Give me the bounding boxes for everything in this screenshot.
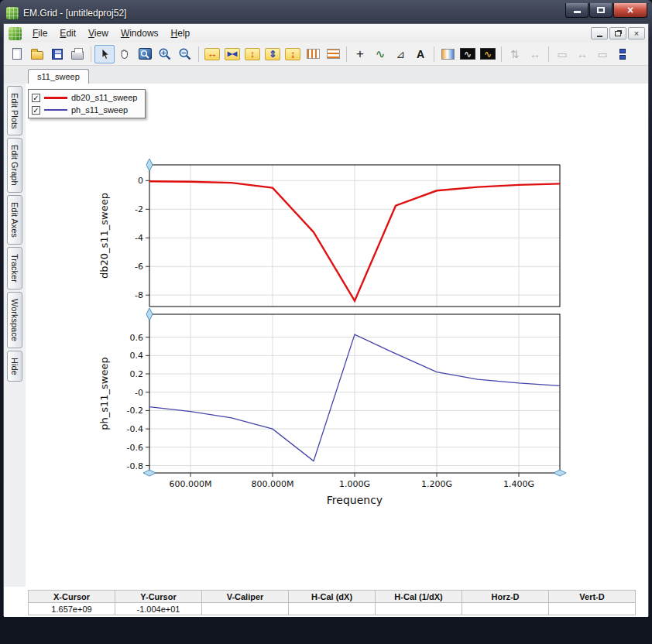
status-col-header: Horz-D xyxy=(462,591,549,603)
svg-text:1.000G: 1.000G xyxy=(339,479,370,489)
svg-text:0: 0 xyxy=(138,176,143,186)
crosshair-icon[interactable]: + xyxy=(350,45,370,63)
pan-hand-icon[interactable] xyxy=(115,45,135,63)
status-col-header: X-Cursor xyxy=(29,591,115,603)
autoscale-axis-icon[interactable]: ↨ xyxy=(283,45,303,63)
child-minimize-button[interactable] xyxy=(591,27,608,39)
legend-line-sample xyxy=(44,109,67,111)
expand-x-axis-icon[interactable]: ↔ xyxy=(202,45,222,63)
menu-help[interactable]: Help xyxy=(165,26,197,41)
fit-vertical-disabled-icon: ⇅ xyxy=(505,45,525,63)
menu-file[interactable]: File xyxy=(26,26,53,41)
expand-y-axis-icon[interactable]: ↕ xyxy=(242,45,263,63)
svg-text:-0.8: -0.8 xyxy=(127,461,143,471)
zoom-window-icon[interactable] xyxy=(135,45,155,63)
status-col-header: Vert-D xyxy=(549,591,636,603)
y-axis-label: db20_s11_sweep xyxy=(98,193,110,279)
svg-text:-2: -2 xyxy=(135,204,143,214)
dark-waveform-icon[interactable]: ∿ xyxy=(458,45,478,63)
sidebar: Edit PlotsEdit GraphEdit AxesTrackerWork… xyxy=(4,84,26,587)
menu-view[interactable]: View xyxy=(82,26,115,41)
save-icon[interactable] xyxy=(47,45,67,63)
child-restore-icon xyxy=(615,31,621,36)
window-body: FileEditViewWindowsHelp × +−↔▶◀↕⇕↨+∿⊿A∿∿… xyxy=(3,23,649,616)
legend-checkbox[interactable]: ✓ xyxy=(32,106,40,115)
status-col-value xyxy=(202,603,289,615)
text-annotation-icon[interactable]: A xyxy=(410,45,431,63)
sidebar-tab-workspace[interactable]: Workspace xyxy=(7,292,22,348)
toolbar-separator xyxy=(434,46,434,62)
zoom-in-icon[interactable]: + xyxy=(155,45,175,63)
status-col-header: Y-Cursor xyxy=(115,591,202,603)
child-window-controls: × xyxy=(591,27,645,39)
toolbar-separator xyxy=(346,46,347,62)
minimize-button[interactable] xyxy=(565,3,589,18)
legend: ✓db20_s11_sweep✓ph_s11_sweep xyxy=(28,89,146,118)
close-button[interactable]: × xyxy=(613,3,647,18)
status-col-value: -1.004e+01 xyxy=(115,603,202,615)
svg-text:0.4: 0.4 xyxy=(130,351,144,361)
svg-text:0.6: 0.6 xyxy=(130,333,144,343)
legend-entry: ✓ph_s11_sweep xyxy=(32,105,137,115)
legend-label: db20_s11_sweep xyxy=(71,93,137,102)
sidebar-tab-edit-plots[interactable]: Edit Plots xyxy=(7,86,22,135)
menu-edit[interactable]: Edit xyxy=(53,26,82,41)
sidebar-tab-edit-axes[interactable]: Edit Axes xyxy=(7,195,22,245)
colormap-icon[interactable] xyxy=(438,45,458,63)
svg-text:-0.2: -0.2 xyxy=(127,406,143,416)
y-axis-label: ph_s11_sweep xyxy=(98,357,110,430)
new-file-icon[interactable] xyxy=(7,45,27,63)
status-col-value: 1.657e+09 xyxy=(29,603,115,615)
select-arrow-icon[interactable] xyxy=(94,45,115,63)
toolbar-separator xyxy=(91,46,91,62)
child-restore-button[interactable] xyxy=(609,27,626,39)
legend-entry: ✓db20_s11_sweep xyxy=(32,93,137,102)
slope-marker-icon[interactable]: ⊿ xyxy=(390,45,410,63)
svg-text:600.000M: 600.000M xyxy=(170,479,212,489)
zoom-out-icon[interactable]: − xyxy=(175,45,195,63)
child-close-button[interactable]: × xyxy=(628,27,645,39)
toolbar-separator xyxy=(501,46,502,62)
x-axis-label: Frequency xyxy=(327,494,383,506)
legend-checkbox[interactable]: ✓ xyxy=(32,94,40,102)
svg-text:−: − xyxy=(180,49,187,57)
main-content: Edit PlotsEdit GraphEdit AxesTrackerWork… xyxy=(4,84,648,587)
open-folder-icon[interactable] xyxy=(27,45,47,63)
sidebar-tab-edit-graph[interactable]: Edit Graph xyxy=(7,138,22,193)
app-window: EM.Grid - [untitledproj52] × FileEditVie… xyxy=(0,0,652,644)
status-col-header: H-Cal (1/dX) xyxy=(376,591,462,603)
print-icon[interactable] xyxy=(67,45,88,63)
shrink-x-axis-icon[interactable]: ▶◀ xyxy=(222,45,242,63)
menubar: FileEditViewWindowsHelp × xyxy=(4,24,648,43)
menu-windows[interactable]: Windows xyxy=(115,26,165,41)
titlebar: EM.Grid - [untitledproj52] × xyxy=(3,3,649,23)
pan-extents-disabled-icon: ↔ xyxy=(572,45,592,63)
child-minimize-icon xyxy=(597,36,602,37)
vertical-markers-icon[interactable] xyxy=(303,45,323,63)
multi-waveform-icon[interactable]: ∿ xyxy=(478,45,498,63)
window-title: EM.Grid - [untitledproj52] xyxy=(23,8,565,19)
menu-items: FileEditViewWindowsHelp xyxy=(26,26,196,41)
tab-s11_sweep[interactable]: s11_sweep xyxy=(28,69,89,84)
toolbar-separator xyxy=(548,46,549,62)
document-menu-icon[interactable] xyxy=(9,27,22,40)
tracker-icon[interactable]: ∿ xyxy=(370,45,390,63)
horizontal-markers-icon[interactable] xyxy=(323,45,343,63)
app-icon xyxy=(6,7,19,19)
maximize-button[interactable] xyxy=(589,3,613,18)
fit-horizontal-disabled-icon: ↔ xyxy=(525,45,545,63)
sidebar-tab-hide[interactable]: Hide xyxy=(7,351,22,382)
window-tiles-icon[interactable] xyxy=(613,45,633,63)
svg-text:-4: -4 xyxy=(135,233,143,243)
sidebar-tab-tracker[interactable]: Tracker xyxy=(7,247,22,289)
svg-text:+: + xyxy=(160,49,166,57)
shrink-y-axis-icon[interactable]: ⇕ xyxy=(263,45,283,63)
status-col-value xyxy=(289,603,376,615)
svg-text:-0.4: -0.4 xyxy=(127,424,143,434)
toolbar-separator xyxy=(198,46,199,62)
svg-text:0.2: 0.2 xyxy=(130,369,144,379)
plots-canvas[interactable]: 0-2-4-6-8db20_s11_sweep0.60.40.2-0-0.2-0… xyxy=(26,84,648,587)
minimize-icon xyxy=(574,11,581,13)
svg-text:800.000M: 800.000M xyxy=(252,479,294,489)
svg-text:-8: -8 xyxy=(135,290,143,300)
